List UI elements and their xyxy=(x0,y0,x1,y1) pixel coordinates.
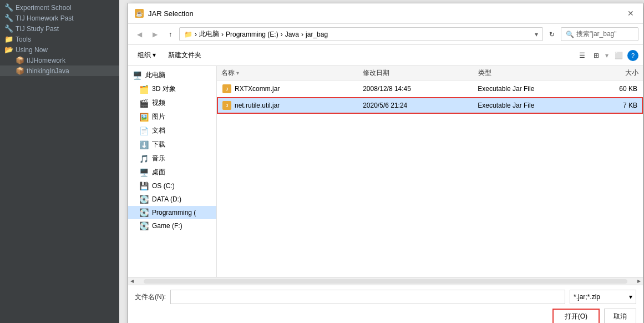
sidebar-item-tij-study-past[interactable]: 🔧 TIJ Study Past xyxy=(0,23,119,34)
file-toolbar: 组织 ▾ 新建文件夹 ☰ ⊞ ▾ ⬜ ? xyxy=(128,45,643,66)
file-row-rxtxcomm[interactable]: J RXTXcomm.jar 2008/12/8 14:45 Executabl… xyxy=(217,80,643,97)
nav-item-label: 3D 对象 xyxy=(152,84,176,94)
filename-input[interactable] xyxy=(170,290,565,304)
search-placeholder: 搜索"jar_bag" xyxy=(576,29,617,39)
nav-programming[interactable]: 💽 Programming ( xyxy=(128,206,216,219)
view-details-button[interactable]: ⊞ xyxy=(590,49,603,62)
breadcrumb-java: Java xyxy=(285,31,299,38)
file-name: net.rutile.util.jar xyxy=(235,102,280,109)
file-list-panel: 名称 ▾ 修改日期 类型 大小 J xyxy=(217,66,643,277)
programming-icon: 💽 xyxy=(139,208,149,217)
scroll-right-arrow[interactable]: ▶ xyxy=(635,277,643,285)
open-label: 打开(O) xyxy=(565,312,587,320)
dialog-title-text: JAR Selection xyxy=(148,9,194,18)
wrench-icon: 🔧 xyxy=(4,14,13,22)
os-icon: 💾 xyxy=(139,181,149,190)
nav-desktop[interactable]: 🖥️ 桌面 xyxy=(128,165,216,179)
downloads-icon: ⬇️ xyxy=(139,140,149,149)
game-icon: 💽 xyxy=(139,221,149,230)
close-button[interactable]: ✕ xyxy=(625,8,636,19)
nav-video[interactable]: 🎬 视频 xyxy=(128,96,216,110)
filetype-chevron: ▾ xyxy=(629,293,632,301)
nav-music[interactable]: 🎵 音乐 xyxy=(128,152,216,165)
filetype-select[interactable]: *.jar;*.zip ▾ xyxy=(570,290,636,304)
folder-open-icon: 📂 xyxy=(4,46,13,54)
organize-button[interactable]: 组织 ▾ xyxy=(133,48,161,62)
jar-icon: ☕ xyxy=(135,9,144,18)
help-button[interactable]: ? xyxy=(627,50,638,61)
breadcrumb[interactable]: 📁 › 此电脑 › Programming (E:) › Java › jar_… xyxy=(179,27,543,41)
up-button[interactable]: ↑ xyxy=(164,28,177,41)
main-content: ☕ JAR Selection ✕ ◀ ▶ ↑ 📁 › 此电脑 › Progra… xyxy=(119,0,644,323)
folder-icon: 📁 xyxy=(4,35,13,43)
cancel-label: 取消 xyxy=(613,312,627,320)
open-button[interactable]: 打开(O) xyxy=(552,309,600,323)
nav-this-pc[interactable]: 🖥️ 此电脑 xyxy=(128,68,216,82)
new-folder-button[interactable]: 新建文件夹 xyxy=(163,48,206,62)
nav-item-label: 此电脑 xyxy=(145,70,165,80)
sidebar-item-tools[interactable]: 📁 Tools xyxy=(0,34,119,44)
file-type: Executable Jar File xyxy=(478,102,534,109)
sidebar-item-thinking-in-java[interactable]: 📦 thinkingInJava xyxy=(0,65,119,76)
col-size-label: 大小 xyxy=(625,69,638,77)
file-date: 2020/5/6 21:24 xyxy=(363,102,407,109)
horizontal-scrollbar[interactable]: ◀ ▶ xyxy=(128,277,643,285)
scroll-left-arrow[interactable]: ◀ xyxy=(128,277,136,285)
cancel-button[interactable]: 取消 xyxy=(604,309,636,323)
nav-game-f[interactable]: 💽 Game (F:) xyxy=(128,219,216,233)
nav-os-c[interactable]: 💾 OS (C:) xyxy=(128,179,216,193)
nav-data-d[interactable]: 💽 DATA (D:) xyxy=(128,193,216,206)
sidebar-item-label: TIJ Study Past xyxy=(16,25,59,33)
organize-label: 组织 ▾ xyxy=(138,51,156,60)
file-date: 2008/12/8 14:45 xyxy=(363,85,411,93)
documents-icon: 📄 xyxy=(139,127,149,135)
pictures-icon: 🖼️ xyxy=(139,113,149,122)
file-row-net-rutile[interactable]: J net.rutile.util.jar 2020/5/6 21:24 Exe… xyxy=(217,97,643,114)
scrollbar-track xyxy=(144,279,627,284)
dialog-titlebar: ☕ JAR Selection ✕ xyxy=(128,3,643,24)
filename-row: 文件名(N): *.jar;*.zip ▾ xyxy=(135,290,636,304)
nav-downloads[interactable]: ⬇️ 下载 xyxy=(128,138,216,152)
sidebar-item-label: TIJ Homework Past xyxy=(16,14,74,22)
data-d-icon: 💽 xyxy=(139,195,149,204)
view-controls: ☰ ⊞ ▾ xyxy=(575,49,610,62)
col-name-label: 名称 xyxy=(221,69,235,77)
back-button[interactable]: ◀ xyxy=(133,28,146,41)
file-size: 7 KB xyxy=(623,102,637,109)
col-type-label: 类型 xyxy=(478,69,491,77)
forward-button[interactable]: ▶ xyxy=(148,28,161,41)
nav-3d-objects[interactable]: 🗂️ 3D 对象 xyxy=(128,82,216,96)
nav-pictures[interactable]: 🖼️ 图片 xyxy=(128,110,216,124)
view-list-button[interactable]: ☰ xyxy=(575,49,589,62)
3d-icon: 🗂️ xyxy=(139,85,149,94)
chevron-down-icon: ▾ xyxy=(535,31,538,38)
nav-item-label: 桌面 xyxy=(152,168,165,177)
file-size: 60 KB xyxy=(619,85,637,93)
nav-item-label: Game (F:) xyxy=(152,222,182,230)
desktop-icon: 🖥️ xyxy=(139,168,149,177)
preview-button[interactable]: ⬜ xyxy=(612,49,625,62)
jar-selection-dialog: ☕ JAR Selection ✕ ◀ ▶ ↑ 📁 › 此电脑 › Progra… xyxy=(128,3,643,323)
sidebar-item-tij-homework[interactable]: 📦 tIJHomework xyxy=(0,55,119,65)
dialog-body: 🖥️ 此电脑 🗂️ 3D 对象 🎬 视频 🖼️ 图片 📄 文档 xyxy=(128,66,643,277)
sort-icon: ▾ xyxy=(236,70,239,76)
sidebar-item-label: Experiment School xyxy=(16,4,72,12)
ide-sidebar: 🔧 Experiment School 🔧 TIJ Homework Past … xyxy=(0,0,119,323)
refresh-button[interactable]: ↻ xyxy=(545,28,559,41)
nav-documents[interactable]: 📄 文档 xyxy=(128,124,216,138)
package-icon: 📦 xyxy=(16,56,24,64)
breadcrumb-drive: Programming (E:) xyxy=(226,31,278,38)
nav-item-label: 视频 xyxy=(152,98,165,108)
sidebar-item-label: thinkingInJava xyxy=(27,67,69,75)
package-icon: 📦 xyxy=(16,67,24,75)
video-icon: 🎬 xyxy=(139,99,149,108)
breadcrumb-folder-icon: 📁 xyxy=(184,31,192,38)
sidebar-item-tij-homework-past[interactable]: 🔧 TIJ Homework Past xyxy=(0,13,119,23)
file-list-header: 名称 ▾ 修改日期 类型 大小 xyxy=(217,66,643,80)
jar-file-icon: J xyxy=(222,84,231,93)
dialog-footer: 文件名(N): *.jar;*.zip ▾ 打开(O) 取消 xyxy=(128,285,643,323)
nav-item-label: 音乐 xyxy=(152,154,165,163)
sidebar-item-experiment-school[interactable]: 🔧 Experiment School xyxy=(0,2,119,13)
breadcrumb-pc: 此电脑 xyxy=(199,29,219,39)
sidebar-item-using-now[interactable]: 📂 Using Now xyxy=(0,44,119,55)
